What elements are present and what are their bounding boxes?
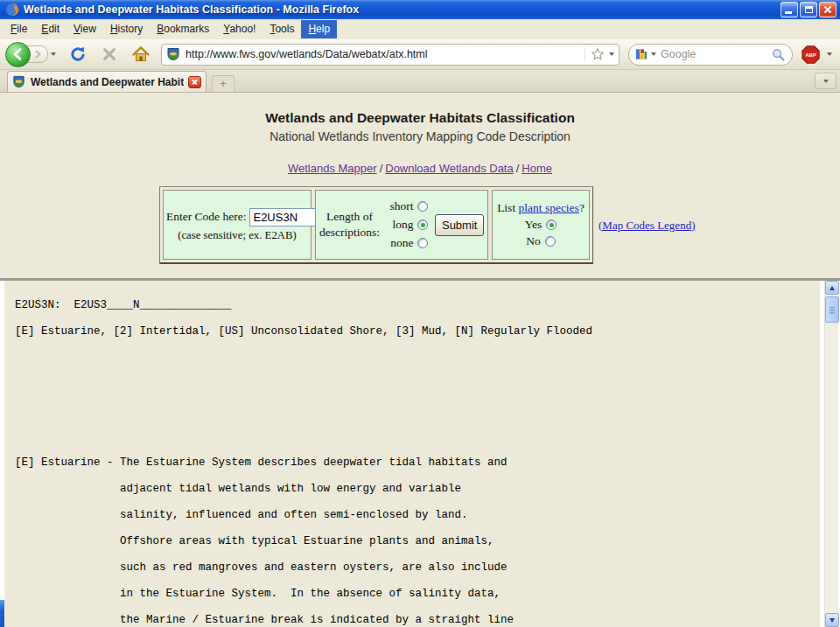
radio-long[interactable] bbox=[417, 219, 428, 230]
search-box[interactable]: Google bbox=[628, 44, 793, 66]
length-option-none[interactable]: none bbox=[380, 236, 428, 250]
search-engine-dropdown-caret[interactable] bbox=[651, 52, 656, 56]
plant-species-panel: List plant species? Yes No bbox=[492, 190, 590, 260]
submit-button[interactable]: Submit bbox=[435, 214, 484, 236]
species-option-no[interactable]: No bbox=[526, 234, 556, 248]
menu-item-bookmarks[interactable]: Bookmarks bbox=[150, 20, 216, 38]
search-input[interactable]: Google bbox=[661, 48, 771, 60]
form-outer-frame: Enter Code here: (case sensitive; ex. E2… bbox=[159, 186, 593, 264]
link-plant-species[interactable]: plant species bbox=[519, 201, 579, 214]
tab-list-button[interactable] bbox=[815, 73, 836, 89]
menu-item-help[interactable]: Help bbox=[301, 20, 337, 38]
history-dropdown-caret[interactable] bbox=[51, 52, 56, 56]
link-map-codes-legend[interactable]: (Map Codes Legend) bbox=[598, 219, 695, 233]
url-input[interactable]: http://www.fws.gov/wetlands/Data/webatx/… bbox=[186, 48, 584, 60]
tab-close-button[interactable] bbox=[188, 76, 201, 88]
new-tab-button[interactable]: + bbox=[212, 75, 234, 92]
links-separator: / bbox=[377, 162, 386, 175]
code-input[interactable] bbox=[249, 208, 318, 226]
results-frame: E2US3N: E2US3____N______________ [E] Est… bbox=[0, 278, 840, 627]
firefox-icon bbox=[5, 3, 19, 17]
code-hint: (case sensitive; ex. E2AB) bbox=[166, 229, 308, 242]
link-download-wetlands-data[interactable]: Download Wetlands Data bbox=[385, 162, 513, 175]
minimize-button[interactable] bbox=[780, 2, 798, 17]
species-option-yes[interactable]: Yes bbox=[525, 218, 557, 232]
site-favicon-icon bbox=[166, 47, 180, 61]
menu-item-tools[interactable]: Tools bbox=[262, 20, 301, 38]
code-entry-panel: Enter Code here: (case sensitive; ex. E2… bbox=[163, 190, 312, 260]
reload-button[interactable] bbox=[68, 45, 88, 64]
menu-bar: File Edit View History Bookmarks Yahoo! … bbox=[0, 19, 840, 39]
scroll-up-button[interactable] bbox=[825, 281, 839, 295]
length-label: Length of descriptions: bbox=[319, 209, 380, 240]
title-bar[interactable]: Wetlands and Deepwater Habitats Classifi… bbox=[0, 0, 840, 19]
menu-item-yahoo[interactable]: Yahoo! bbox=[216, 20, 262, 38]
page-content: Wetlands and Deepwater Habitats Classifi… bbox=[0, 93, 840, 627]
page-nav-links: Wetlands Mapper/Download Wetlands Data/H… bbox=[0, 162, 840, 175]
results-body: E2US3N: E2US3____N______________ [E] Est… bbox=[4, 281, 820, 627]
radio-no[interactable] bbox=[545, 236, 556, 247]
results-text: E2US3N: E2US3____N______________ [E] Est… bbox=[4, 281, 820, 627]
length-option-long[interactable]: long bbox=[380, 218, 428, 232]
menu-item-history[interactable]: History bbox=[103, 20, 150, 38]
tab-bar: Wetlands and Deepwater Habitat... + bbox=[0, 70, 840, 93]
window-controls bbox=[780, 2, 836, 17]
radio-short[interactable] bbox=[417, 201, 428, 212]
restore-button[interactable] bbox=[800, 2, 817, 17]
svg-text:ABP: ABP bbox=[805, 52, 816, 58]
scroll-down-button[interactable] bbox=[825, 613, 839, 627]
tab-title: Wetlands and Deepwater Habitat... bbox=[31, 76, 184, 88]
back-button[interactable] bbox=[5, 42, 31, 67]
link-home[interactable]: Home bbox=[522, 162, 552, 175]
close-button[interactable] bbox=[819, 2, 836, 17]
navigation-toolbar: http://www.fws.gov/wetlands/Data/webatx/… bbox=[0, 39, 840, 70]
radio-yes[interactable] bbox=[546, 219, 556, 230]
page-title: Wetlands and Deepwater Habitats Classifi… bbox=[0, 110, 840, 126]
search-engine-icon[interactable] bbox=[635, 48, 648, 60]
bookmark-cluster bbox=[584, 47, 614, 61]
adblock-icon[interactable]: ABP bbox=[802, 45, 820, 64]
code-form: Enter Code here: (case sensitive; ex. E2… bbox=[159, 186, 840, 264]
bookmark-dropdown-caret[interactable] bbox=[609, 52, 614, 56]
tab-favicon-icon bbox=[12, 75, 26, 89]
bookmark-star-icon[interactable] bbox=[591, 47, 605, 61]
length-option-short[interactable]: short bbox=[380, 199, 428, 213]
links-separator: / bbox=[514, 162, 522, 175]
page-subtitle: National Wetlands Inventory Mapping Code… bbox=[0, 129, 840, 143]
firefox-window: Wetlands and Deepwater Habitats Classifi… bbox=[0, 0, 840, 627]
length-options: short long none bbox=[380, 199, 428, 250]
code-entry-label: Enter Code here: bbox=[166, 210, 246, 224]
tab-wetlands[interactable]: Wetlands and Deepwater Habitat... bbox=[7, 71, 206, 92]
url-bar[interactable]: http://www.fws.gov/wetlands/Data/webatx/… bbox=[161, 44, 620, 66]
menu-item-file[interactable]: File bbox=[4, 20, 34, 38]
menu-item-edit[interactable]: Edit bbox=[34, 20, 66, 38]
results-scrollbar[interactable] bbox=[824, 281, 838, 627]
species-question: List plant species? bbox=[497, 201, 584, 215]
scrollbar-thumb[interactable] bbox=[825, 296, 839, 323]
description-length-panel: Length of descriptions: short long bbox=[315, 190, 488, 260]
link-wetlands-mapper[interactable]: Wetlands Mapper bbox=[288, 162, 377, 175]
background-window-edge bbox=[0, 600, 4, 627]
back-forward-cluster bbox=[5, 42, 56, 67]
toolbar-overflow-caret[interactable] bbox=[827, 52, 832, 56]
stop-button[interactable] bbox=[100, 45, 119, 64]
home-button[interactable] bbox=[131, 45, 150, 64]
window-title: Wetlands and Deepwater Habitats Classifi… bbox=[24, 3, 359, 16]
menu-item-view[interactable]: View bbox=[66, 20, 103, 38]
radio-none[interactable] bbox=[417, 238, 428, 248]
search-icon[interactable] bbox=[771, 47, 786, 62]
